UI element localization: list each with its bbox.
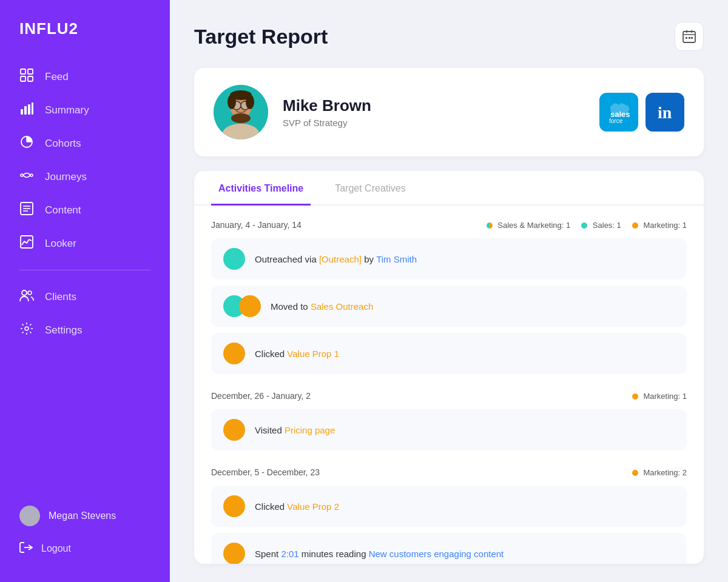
sidebar-item-clients[interactable]: Clients — [0, 280, 170, 313]
summary-icon — [19, 102, 34, 118]
svg-rect-2 — [21, 76, 25, 81]
activity-visited-pricing: Visited Pricing page — [211, 409, 687, 450]
content-icon — [19, 202, 34, 218]
cohorts-icon — [19, 135, 34, 152]
profile-info: Mike Brown SVP of Strategy — [283, 96, 585, 128]
activity-dot-group-3 — [223, 343, 245, 364]
app-logo: INFLU2 — [0, 19, 170, 60]
period-group-2: December, 26 - January, 2 Marketing: 1 — [211, 391, 687, 450]
act6-text-before: Spent — [255, 549, 281, 559]
user-avatar — [19, 506, 40, 526]
act1-link-outreach[interactable]: [Outreach] — [319, 254, 362, 264]
tab-activities[interactable]: Activities Timeline — [211, 171, 311, 206]
sidebar-item-feed-label: Feed — [45, 71, 69, 83]
profile-name: Mike Brown — [283, 96, 585, 115]
user-name: Megan Stevens — [49, 510, 116, 521]
act6-text-mid: minutes reading — [302, 549, 369, 559]
svg-point-12 — [30, 174, 33, 176]
activity-dot-group — [223, 248, 245, 270]
activity-dot-orange-2 — [239, 295, 261, 317]
period-header-3: December, 5 - December, 23 Marketing: 2 — [211, 467, 687, 477]
activity-dot-group-4 — [223, 419, 245, 441]
act1-link-person[interactable]: Tim Smith — [376, 254, 417, 264]
svg-text:in: in — [658, 103, 672, 122]
sidebar-item-summary-label: Summary — [45, 104, 89, 116]
sidebar-item-summary[interactable]: Summary — [0, 93, 170, 127]
sidebar-user[interactable]: Megan Stevens — [19, 500, 150, 532]
activity-clicked-vp1: Clicked Value Prop 1 — [211, 333, 687, 374]
sidebar-item-settings[interactable]: Settings — [0, 313, 170, 347]
page-header: Target Report — [194, 22, 704, 51]
sidebar-item-feed[interactable]: Feed — [0, 60, 170, 93]
sidebar-item-journeys[interactable]: Journeys — [0, 160, 170, 193]
sidebar-item-content[interactable]: Content — [0, 193, 170, 227]
act5-text-before: Clicked — [255, 501, 287, 512]
salesforce-button[interactable]: sales force — [599, 93, 638, 132]
period-header-2: December, 26 - January, 2 Marketing: 1 — [211, 391, 687, 401]
act2-link[interactable]: Sales Outreach — [311, 301, 373, 312]
svg-point-19 — [28, 291, 32, 295]
profile-job-title: SVP of Strategy — [283, 118, 585, 128]
svg-rect-17 — [21, 236, 33, 248]
svg-rect-6 — [28, 104, 30, 115]
period-badges-3: Marketing: 2 — [632, 468, 687, 477]
period-header-1: January, 4 - January, 14 Sales & Marketi… — [211, 220, 687, 230]
tab-creatives[interactable]: Target Creatives — [328, 171, 413, 206]
svg-point-18 — [22, 290, 27, 295]
clients-icon — [19, 289, 34, 305]
svg-rect-3 — [28, 76, 33, 81]
calendar-button[interactable] — [675, 22, 704, 51]
act4-link[interactable]: Pricing page — [285, 425, 335, 435]
logout-label: Logout — [41, 543, 71, 554]
activity-dot-group-2 — [223, 295, 261, 317]
sidebar-logout[interactable]: Logout — [19, 535, 150, 563]
svg-rect-1 — [28, 69, 33, 74]
profile-avatar — [214, 85, 268, 139]
badge-marketing: Marketing: 1 — [632, 221, 687, 230]
activity-dot-orange-3 — [223, 343, 245, 364]
activity-moved: Moved to Sales Outreach — [211, 286, 687, 327]
sidebar-item-cohorts-label: Cohorts — [45, 138, 81, 150]
svg-point-37 — [228, 95, 236, 109]
activity-spent-reading: Spent 2:01 minutes reading New customers… — [211, 533, 687, 564]
tabs-header: Activities Timeline Target Creatives — [194, 171, 704, 206]
linkedin-button[interactable]: in — [645, 93, 684, 132]
activity-outreached: Outreached via [Outreach] by Tim Smith — [211, 238, 687, 279]
svg-point-39 — [231, 113, 251, 123]
sidebar: INFLU2 Feed — [0, 0, 170, 582]
svg-rect-0 — [21, 69, 25, 74]
act6-link-time[interactable]: 2:01 — [281, 549, 298, 559]
badge-marketing-3: Marketing: 2 — [632, 468, 687, 477]
period-label-3: December, 5 - December, 23 — [211, 467, 320, 477]
activity-dot-group-5 — [223, 495, 245, 517]
sidebar-item-looker[interactable]: Looker — [0, 227, 170, 260]
svg-point-20 — [25, 327, 29, 330]
svg-text:force: force — [609, 118, 623, 123]
feed-icon — [19, 69, 34, 85]
svg-point-11 — [21, 174, 23, 176]
timeline-content: January, 4 - January, 14 Sales & Marketi… — [194, 206, 704, 564]
sidebar-item-content-label: Content — [45, 204, 81, 216]
sidebar-bottom: Megan Stevens Logout — [0, 492, 170, 570]
journeys-icon — [19, 169, 34, 185]
sidebar-item-journeys-label: Journeys — [45, 171, 87, 183]
act1-text-before: Outreached via — [255, 254, 319, 264]
svg-rect-28 — [691, 37, 693, 39]
sidebar-item-clients-label: Clients — [45, 291, 76, 303]
svg-rect-4 — [21, 109, 23, 115]
svg-point-38 — [246, 95, 254, 109]
badge-marketing-2: Marketing: 1 — [632, 392, 687, 401]
sidebar-nav: Feed Summary — [0, 60, 170, 492]
tabs-container: Activities Timeline Target Creatives Jan… — [194, 171, 704, 564]
sidebar-item-cohorts[interactable]: Cohorts — [0, 127, 170, 160]
act6-link-content[interactable]: New customers engaging content — [369, 549, 504, 559]
sidebar-item-looker-label: Looker — [45, 238, 76, 250]
svg-rect-5 — [24, 106, 27, 115]
act3-link[interactable]: Value Prop 1 — [287, 349, 339, 359]
act2-text-before: Moved to — [271, 301, 311, 312]
activity-clicked-vp2: Clicked Value Prop 2 — [211, 486, 687, 527]
act5-link[interactable]: Value Prop 2 — [287, 501, 339, 512]
period-group-1: January, 4 - January, 14 Sales & Marketi… — [211, 220, 687, 374]
sidebar-item-settings-label: Settings — [45, 324, 82, 336]
activity-dot-group-6 — [223, 543, 245, 564]
